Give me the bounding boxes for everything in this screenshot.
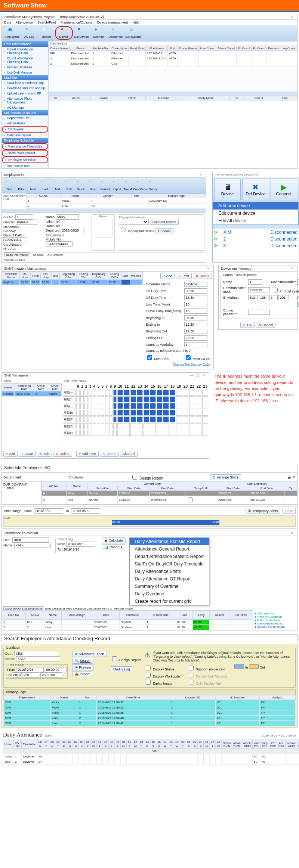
side-emp-sched[interactable]: Employee Schedule [2, 138, 48, 143]
side-export-ac[interactable]: Export Attendance Checking Data [2, 56, 48, 65]
sm-deltime-btn[interactable]: ✕ Delete [100, 451, 119, 457]
tt-del-btn[interactable]: ✕ Delete [193, 273, 212, 279]
sched-tree-child[interactable]: XIMI [3, 486, 40, 490]
sm-clear-btn[interactable]: Clear All [120, 451, 138, 457]
gender-select[interactable] [16, 220, 37, 225]
link-append-cio[interactable]: ● Append Clock In/Out [255, 625, 296, 629]
side-import-ac[interactable]: Import Attendance Checking Data [2, 47, 48, 56]
adv-export-btn[interactable]: ⟳ Advanced Export [72, 651, 107, 657]
preview-btn[interactable]: 👁 Preview [72, 664, 94, 670]
side-db-option[interactable]: Database Option [2, 133, 48, 138]
emptb-Next[interactable]: •Next [27, 179, 39, 192]
ac-to-input[interactable] [62, 547, 91, 552]
mobile-input[interactable] [46, 241, 73, 247]
side-admin[interactable]: Administrator [2, 121, 48, 126]
export-btn[interactable]: 📤 Export [72, 671, 92, 677]
disp-image-check[interactable] [146, 680, 151, 685]
dept-tree-root[interactable]: OUR COMPANY [3, 194, 25, 198]
s-to-time[interactable] [40, 672, 62, 678]
emptb-Cancel[interactable]: •Cancel [99, 179, 111, 192]
dm-cancel-btn[interactable]: ✕ Cancel [256, 322, 275, 328]
rpt-ot[interactable]: Daily Attendance OT Report [130, 575, 209, 583]
dob-input[interactable] [3, 237, 27, 242]
tab-shiftex[interactable]: Shift Exception [45, 607, 65, 610]
android-check[interactable] [273, 288, 278, 292]
dm-mode-select[interactable] [248, 287, 270, 292]
side-emp-sched-link[interactable]: Employee Schedule [2, 156, 48, 163]
temp-shifts-btn[interactable]: 🗓 Temporary Shifts [246, 508, 281, 514]
link-filter-ex[interactable]: ● Filter by Exception [255, 615, 296, 619]
menu-search-print[interactable]: Search/Print [37, 21, 56, 24]
tt-endout-input[interactable] [184, 335, 207, 341]
menu-device-mgmt[interactable]: Device management [97, 21, 128, 24]
sm-add-btn[interactable]: + Add [3, 451, 18, 457]
sm-addtime-btn[interactable]: + Add Time [76, 451, 99, 457]
ip2[interactable] [259, 295, 268, 300]
report-button[interactable]: 📄Report [38, 27, 55, 40]
connect-button[interactable]: ▶Connect [90, 27, 107, 40]
sm-edit-btn[interactable]: ✎ Edit [37, 451, 52, 457]
tab-ac-options[interactable]: AC Options [46, 253, 64, 257]
tab-addition[interactable]: Addition [31, 253, 45, 257]
tr-to-input[interactable] [71, 508, 100, 514]
rpt-create[interactable]: Create report for current grid [130, 598, 209, 605]
simple-calc-check[interactable] [189, 666, 194, 670]
name-input[interactable] [56, 214, 79, 220]
dm-machnum-input[interactable] [298, 279, 299, 285]
sched-tree-root[interactable]: OUR COMPANY [3, 483, 40, 486]
minimize-icon[interactable]: — [275, 15, 281, 19]
design-check[interactable] [132, 475, 137, 480]
ac-dep-select[interactable] [12, 537, 49, 543]
side-ac-manage[interactable]: AC Manage [2, 105, 48, 110]
emptb-Edit[interactable]: •Edit [63, 179, 75, 192]
link-filter-tt[interactable]: ● Filter by timetable [255, 619, 296, 622]
s-to-date[interactable] [12, 672, 39, 678]
emptb-Import[interactable]: •Import [111, 179, 123, 192]
ip1[interactable] [248, 295, 258, 300]
tab-noshi[interactable]: NoShi [125, 607, 133, 610]
sm-save-btn[interactable]: ✓ Save [19, 451, 36, 457]
dm-ok-btn[interactable]: ✓ OK [240, 322, 255, 328]
tt-workday-input[interactable] [184, 342, 207, 347]
maximize-icon[interactable]: ▢ [282, 15, 288, 19]
s-name-select[interactable] [16, 656, 60, 661]
side-usb[interactable]: Usb Disk Manage [2, 70, 48, 75]
exit-button[interactable]: ⏻Exit system [124, 27, 142, 40]
tab-miscex[interactable]: Misc Exception [66, 607, 86, 610]
tab-calcitems[interactable]: Calculated Items [87, 607, 109, 610]
tr-from-input[interactable] [34, 508, 63, 514]
tab-machine-list[interactable]: Machine List [49, 41, 297, 46]
menu-help[interactable]: Help [133, 21, 140, 24]
ip4[interactable] [278, 295, 289, 300]
close-icon[interactable]: ✕ [289, 531, 295, 535]
mustcin-check[interactable] [147, 355, 152, 360]
device-button[interactable]: 🖥Device [55, 26, 73, 40]
tr-save-btn[interactable]: Save [283, 508, 296, 514]
rpt-staff-tt[interactable]: Staff's On-Duty/Off-Duty Timetable [130, 560, 209, 568]
side-employees[interactable]: Employees [2, 126, 48, 133]
calculate-btn[interactable]: 🖩 Calculate [102, 537, 126, 543]
emptb-Prior[interactable]: •Prior [15, 179, 27, 192]
dm-port-input[interactable] [298, 302, 299, 307]
primary-logs-tab[interactable]: Primary Logs [3, 689, 296, 695]
emptb-Last[interactable]: •Last [39, 179, 51, 192]
close-icon[interactable]: ✕ [198, 173, 204, 177]
menu-edit-current[interactable]: Edit current device [213, 210, 298, 217]
link-maint-albl[interactable]: ● Maintenance AL/BL [255, 622, 296, 625]
side-ul-userfp[interactable]: Upload user info and FP [2, 91, 48, 96]
tt-endin-input[interactable] [184, 322, 207, 327]
menu-attendance[interactable]: Attendance [16, 21, 33, 24]
close-icon[interactable]: ✕ [201, 373, 207, 377]
rpt-depart[interactable]: Depart Attendance Statistic Report [130, 553, 209, 560]
emptb-Save[interactable]: •Save [87, 179, 99, 192]
emptb-FaceGroup[interactable]: •FaceGroup [135, 179, 147, 192]
side-maint-opts[interactable]: Maintenance/Options [2, 110, 48, 115]
connect-device-btn[interactable]: Connect Device [150, 219, 179, 225]
sm-del-btn[interactable]: ✕ Delete [53, 451, 72, 457]
tt-late-input[interactable] [184, 302, 207, 307]
modify-log-btn[interactable]: Modify Log [111, 666, 132, 672]
rpt-daily-shifts[interactable]: Daily Attendance Shifts [130, 568, 209, 575]
rpt-sumot[interactable]: Summary of Overtime [130, 583, 209, 590]
change-color-link[interactable]: Change the Display Color [172, 363, 211, 366]
tt-offduty-input[interactable] [184, 295, 207, 300]
